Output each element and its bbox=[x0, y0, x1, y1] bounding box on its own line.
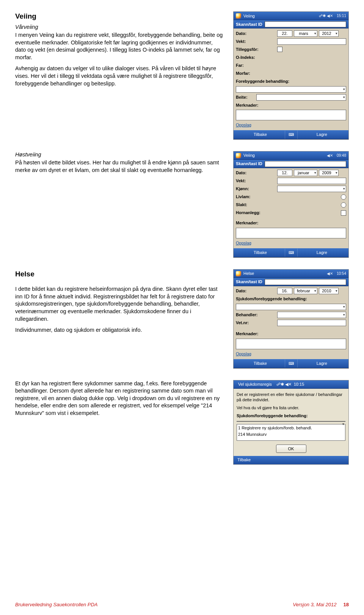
scan-id-bar: Skann/tast ID bbox=[234, 20, 348, 28]
paragraph-var-1: I menyen Veiing kan du registrere vekt, … bbox=[15, 32, 224, 61]
status-signal-icon: ◀✕ bbox=[327, 153, 333, 158]
date-year-dropdown[interactable]: 2010 bbox=[319, 288, 339, 294]
footer-page-number: 18 bbox=[344, 602, 349, 607]
vekt-input[interactable] bbox=[277, 178, 346, 184]
lagre-button[interactable]: Lagre bbox=[298, 130, 347, 139]
lagre-button[interactable]: Lagre bbox=[298, 248, 347, 257]
keyboard-icon[interactable]: ⌨ bbox=[285, 360, 298, 368]
date-month-dropdown[interactable]: februar bbox=[294, 288, 317, 294]
hornanlegg-checkbox[interactable] bbox=[341, 210, 346, 216]
dialog-text-1: Det er registrerert en eller fleire sjuk… bbox=[237, 392, 345, 403]
behandler-dropdown[interactable] bbox=[277, 312, 346, 318]
merknader-textarea[interactable] bbox=[236, 228, 346, 238]
screenshot-vel-sjukdom: Vel sjukdomsregis ☍✱ ◀✕ 10:15 Det er reg… bbox=[233, 380, 349, 465]
tilbake-button[interactable]: Tilbake bbox=[236, 359, 285, 368]
label-merknader: Merknader: bbox=[236, 331, 258, 337]
forebyggende-dropdown[interactable] bbox=[236, 86, 346, 93]
label-slakt: Slakt: bbox=[236, 202, 276, 208]
tilbake-button[interactable]: Tilbake bbox=[236, 248, 285, 257]
heading-helse: Helse bbox=[15, 269, 224, 279]
windows-logo-icon bbox=[236, 153, 241, 158]
oppslag-link[interactable]: Oppslag bbox=[236, 122, 346, 128]
scan-id-input[interactable] bbox=[265, 21, 346, 27]
footer-left: Brukerveiledning Sauekontrollen PDA bbox=[15, 601, 98, 608]
merknader-textarea[interactable] bbox=[236, 110, 346, 120]
date-day-field[interactable]: 16. bbox=[277, 288, 292, 294]
date-day-field[interactable]: 22. bbox=[277, 30, 292, 37]
label-forebyggende: Forebyggende behandling: bbox=[236, 79, 289, 84]
windows-logo-icon bbox=[236, 13, 241, 19]
list-item[interactable]: 1 Registrere ny sjukdom/foreb. behandl. bbox=[238, 425, 344, 431]
label-sjukdom-dialog: Sjukdom/forebyggende behandling: bbox=[237, 413, 345, 419]
keyboard-icon[interactable]: ⌨ bbox=[285, 131, 298, 139]
label-far: Far: bbox=[236, 63, 244, 68]
tilbake-button[interactable]: Tilbake bbox=[237, 457, 251, 463]
label-behandler: Behandler: bbox=[236, 312, 276, 318]
status-signal-icon: ☍✱ ◀✕ bbox=[319, 13, 333, 19]
paragraph-host-1: På høsten vil dette bildet vises. Her ha… bbox=[15, 159, 224, 174]
sjukdom-listbox[interactable]: 1 Registrere ny sjukdom/foreb. behandl. … bbox=[237, 424, 345, 441]
page-footer: Brukerveiledning Sauekontrollen PDA Vers… bbox=[15, 601, 349, 608]
label-dato: Dato: bbox=[236, 31, 276, 36]
beite-dropdown[interactable] bbox=[256, 94, 346, 101]
oppslag-link[interactable]: Oppslag bbox=[236, 240, 346, 246]
label-hornanlegg: Hornanlegg: bbox=[236, 210, 276, 216]
keyboard-icon[interactable]: ⌨ bbox=[285, 249, 298, 257]
pda-title: Veiing bbox=[243, 13, 255, 19]
heading-veiing: Veiing bbox=[15, 11, 224, 21]
vetnr-input[interactable] bbox=[277, 320, 346, 326]
slakt-radio[interactable] bbox=[341, 202, 346, 208]
oppslag-link[interactable]: Oppslag bbox=[236, 351, 346, 357]
label-vekt: Vekt: bbox=[236, 39, 276, 44]
date-year-dropdown[interactable]: 2009 bbox=[319, 170, 339, 176]
scan-id-label: Skann/tast ID bbox=[236, 279, 262, 285]
label-oindeks: O-Indeks: bbox=[236, 55, 255, 60]
label-vekt: Vekt: bbox=[236, 178, 276, 184]
screenshot-helse: Helse ◀✕ 10:54 Skann/tast ID Dato: 16. f… bbox=[233, 269, 349, 369]
label-dato: Dato: bbox=[236, 170, 276, 176]
label-merknader: Merknader: bbox=[236, 102, 258, 108]
kjonn-dropdown[interactable] bbox=[277, 186, 346, 192]
scan-id-input[interactable] bbox=[265, 279, 346, 285]
paragraph-helse-2: Individnummer, dato og sjukdom er obliga… bbox=[15, 326, 224, 334]
status-time: 10:54 bbox=[337, 271, 346, 276]
pda-title: Veiing bbox=[243, 153, 255, 158]
vekt-input[interactable] bbox=[277, 38, 346, 45]
label-kjonn: Kjønn: bbox=[236, 186, 276, 192]
date-year-dropdown[interactable]: 2012 bbox=[319, 30, 339, 37]
scan-id-label: Skann/tast ID bbox=[236, 161, 262, 167]
dialog-text-2: Vel hva du vil gjøre fra lista under. bbox=[237, 405, 345, 411]
paragraph-helse-3: Et dyr kan ha registrert flere sykdommer… bbox=[15, 380, 224, 417]
sjukdom-dialog-dropdown[interactable] bbox=[237, 421, 345, 422]
date-day-field[interactable]: 12. bbox=[277, 170, 292, 176]
tilbake-button[interactable]: Tilbake bbox=[236, 130, 285, 139]
paragraph-var-2: Avhengig av datoen du velger vil to ulik… bbox=[15, 65, 224, 87]
label-dato: Dato: bbox=[236, 288, 276, 294]
ok-button[interactable]: OK bbox=[276, 445, 306, 453]
label-livlam: Livlam: bbox=[236, 194, 276, 200]
subhead-hostveiing: Høstveiing bbox=[15, 151, 224, 159]
footer-version: Versjon 3, Mai 2012 bbox=[293, 602, 336, 607]
screenshot-varveiing: Veiing ☍✱ ◀✕ 15:11 Skann/tast ID Dato: 2… bbox=[233, 11, 349, 140]
status-time: 09:48 bbox=[337, 153, 346, 158]
dialog-title: Vel sjukdomsregis bbox=[238, 382, 272, 387]
windows-logo-icon bbox=[236, 271, 241, 276]
merknader-textarea[interactable] bbox=[236, 339, 346, 349]
label-sjukdom: Sjukdom/forebyggende behandling: bbox=[236, 296, 307, 302]
livlam-radio[interactable] bbox=[341, 194, 346, 200]
status-time: 10:15 bbox=[294, 382, 304, 387]
label-vetnr: Vet.nr: bbox=[236, 320, 276, 326]
date-month-dropdown[interactable]: januar bbox=[294, 170, 317, 176]
list-item[interactable]: 214 Munnskurv bbox=[238, 432, 344, 437]
paragraph-helse-1: I dette bildet kan du registrere helsein… bbox=[15, 285, 224, 323]
date-month-dropdown[interactable]: mars bbox=[294, 30, 317, 37]
tilleggsfor-checkbox[interactable] bbox=[277, 47, 282, 52]
label-morfar: Morfar: bbox=[236, 71, 250, 76]
status-signal-icon: ◀✕ bbox=[327, 271, 333, 276]
scan-id-input[interactable] bbox=[265, 161, 346, 167]
screenshot-hostveiing: Veiing ◀✕ 09:48 Skann/tast ID Dato: 12. … bbox=[233, 151, 349, 258]
sjukdom-dropdown[interactable] bbox=[236, 304, 346, 310]
subhead-varveiing: Vårveiing bbox=[15, 24, 224, 31]
status-signal-icon: ☍✱ ◀✕ bbox=[276, 382, 292, 387]
lagre-button[interactable]: Lagre bbox=[298, 359, 347, 368]
